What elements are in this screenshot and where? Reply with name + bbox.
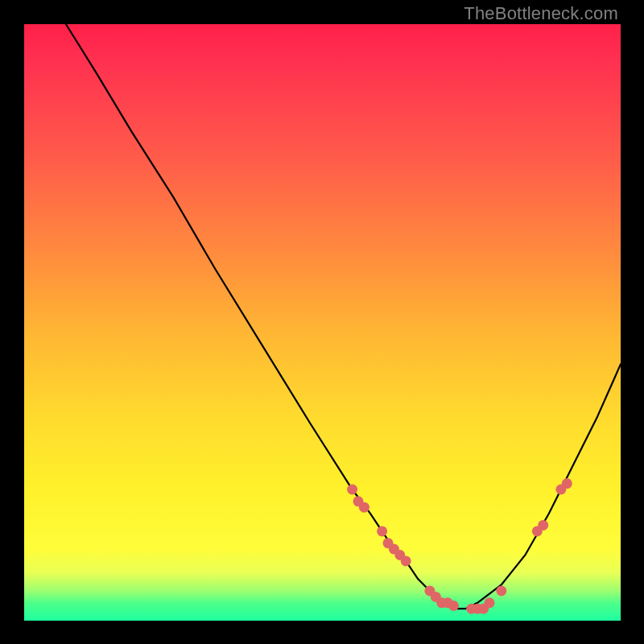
watermark-text: TheBottleneck.com <box>464 3 618 24</box>
chart-plot-area <box>24 24 621 621</box>
marker-dot <box>377 526 387 536</box>
marker-dot <box>562 478 572 489</box>
marker-dot <box>401 555 411 566</box>
marker-dot <box>347 485 357 495</box>
chart-svg <box>24 24 621 621</box>
marker-dot <box>359 502 369 513</box>
marker-dot <box>538 520 548 530</box>
marker-dot <box>496 586 506 597</box>
bottleneck-curve <box>66 24 621 609</box>
curve-markers <box>347 478 572 614</box>
marker-dot <box>485 597 495 608</box>
marker-dot <box>448 601 459 611</box>
